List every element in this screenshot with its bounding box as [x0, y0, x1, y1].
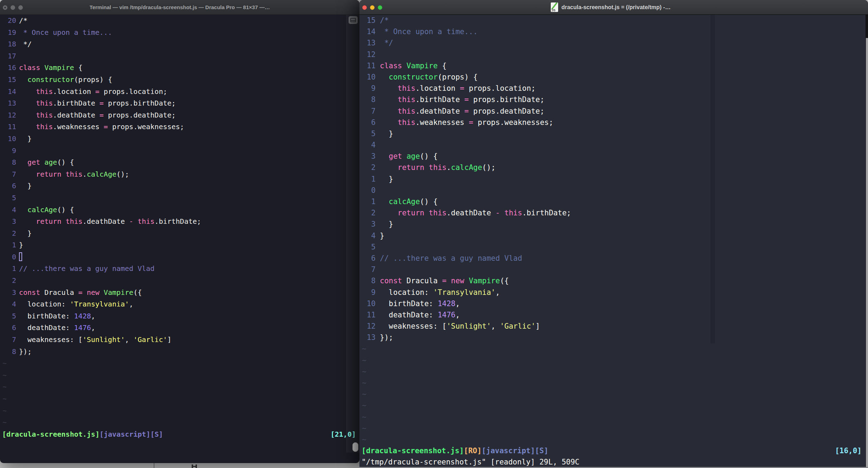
traffic-lights — [362, 0, 382, 15]
zoom-button[interactable] — [18, 5, 23, 10]
vim-message-line: "/tmp/dracula-screenshot.js" [readonly] … — [359, 456, 868, 468]
code-line: 10 } — [0, 133, 359, 145]
line-number: 12 — [359, 49, 376, 60]
background-window-fragment — [0, 463, 359, 468]
code-line: 0 — [359, 185, 868, 196]
line-number: 11 — [0, 121, 16, 133]
line-number: 5 — [359, 128, 376, 139]
line-number: 6 — [0, 180, 16, 192]
code-line: 5 } — [359, 128, 868, 139]
code-line: 13 */ — [359, 37, 868, 49]
code-line: 11 deathDate: 1476, — [359, 309, 868, 321]
window-title: dracula-screenshot.js = (/private/tmp) -… — [561, 4, 672, 11]
code-lines[interactable]: 15/*14 * Once upon a time...13 */1211cla… — [359, 15, 868, 445]
code-line: 20/* — [0, 15, 359, 27]
minimize-button[interactable] — [370, 5, 375, 10]
line-number: 3 — [0, 216, 16, 228]
tilde-line: ~ — [359, 411, 868, 423]
line-number: 3 — [0, 287, 16, 299]
minimize-button[interactable] — [11, 5, 15, 10]
zoom-button[interactable] — [378, 5, 382, 10]
tilde-line: ~ — [359, 388, 868, 400]
line-number: 10 — [359, 71, 376, 83]
status-filename: [dracula-screenshot.js] — [362, 445, 464, 456]
code-line: 1 calcAge() { — [359, 196, 868, 207]
line-number: 4 — [359, 230, 376, 241]
code-line: 17 — [0, 50, 359, 62]
code-line: 2 — [0, 275, 359, 287]
code-line: 15 constructor(props) { — [0, 74, 359, 86]
code-line: 3 get age() { — [359, 151, 868, 162]
line-number: 20 — [0, 15, 16, 27]
code-line: 15/* — [359, 15, 868, 26]
js-file-icon: JS — [551, 2, 558, 12]
split-pane-icon — [350, 18, 356, 22]
code-line: 14 * Once upon a time... — [359, 26, 868, 37]
line-number: 7 — [359, 264, 376, 275]
close-button[interactable] — [3, 5, 7, 10]
line-number: 8 — [359, 275, 376, 286]
code-lines[interactable]: 20/*19 * Once upon a time...18 */1716cla… — [0, 15, 359, 429]
line-number: 11 — [359, 309, 376, 321]
terminal-titlebar[interactable]: Terminal — vim /tmp/dracula-screenshot.j… — [0, 0, 359, 15]
terminal-window: Terminal — vim /tmp/dracula-screenshot.j… — [0, 0, 359, 463]
line-number: 13 — [359, 332, 376, 343]
code-line: 2 } — [0, 228, 359, 240]
tilde-line: ~ — [0, 417, 359, 429]
line-number: 8 — [0, 157, 16, 169]
code-line: 16class Vampire { — [0, 62, 359, 74]
line-number: 13 — [359, 37, 376, 49]
code-line: 1// ...there was a guy named Vlad — [0, 263, 359, 275]
tilde-line: ~ — [359, 434, 868, 445]
code-line: 3 return this.deathDate - this.birthDate… — [0, 216, 359, 228]
line-number: 15 — [359, 15, 376, 26]
line-number: 12 — [359, 321, 376, 332]
terminal-scrollbar[interactable] — [346, 15, 359, 453]
line-number: 7 — [0, 334, 16, 346]
code-line: 10 constructor(props) { — [359, 71, 868, 83]
code-line: 9 — [0, 145, 359, 157]
tilde-line: ~ — [359, 400, 868, 411]
scrollbar-thumb[interactable] — [866, 15, 868, 38]
tilde-line: ~ — [359, 355, 868, 366]
code-line: 7 return this.calcAge(); — [0, 169, 359, 181]
code-line: 6 deathDate: 1476, — [0, 322, 359, 334]
macvim-scrollbar[interactable] — [866, 15, 868, 468]
line-number: 13 — [0, 97, 16, 109]
traffic-lights — [3, 0, 23, 15]
scrollbar-thumb[interactable] — [352, 442, 358, 452]
code-line: 3const Dracula = new Vampire({ — [0, 287, 359, 299]
line-number: 8 — [359, 94, 376, 105]
line-number: 5 — [0, 310, 16, 322]
line-number: 5 — [0, 192, 16, 204]
split-pane-button[interactable] — [349, 16, 358, 24]
code-line: 10 birthDate: 1428, — [359, 298, 868, 309]
line-number: 6 — [0, 322, 16, 334]
vim-cursor — [19, 252, 22, 261]
status-readonly-flag: [RO] — [464, 445, 482, 456]
macvim-titlebar[interactable]: JS dracula-screenshot.js = (/private/tmp… — [359, 0, 868, 15]
close-button[interactable] — [362, 5, 367, 10]
code-line: 4 location: 'Transylvania', — [0, 298, 359, 310]
tilde-line: ~ — [0, 358, 359, 369]
tilde-line: ~ — [359, 377, 868, 388]
code-line: 1} — [0, 239, 359, 251]
line-number: 3 — [359, 219, 376, 230]
line-number: 8 — [0, 346, 16, 358]
line-number: 9 — [359, 287, 376, 298]
code-line: 2 return this.deathDate - this.birthDate… — [359, 207, 868, 219]
line-number: 16 — [0, 62, 16, 74]
code-line: 3 } — [359, 219, 868, 230]
line-number: 3 — [359, 151, 376, 162]
code-line: 7 — [359, 264, 868, 275]
code-line: 13 this.birthDate = props.birthDate; — [0, 97, 359, 109]
line-number: 1 — [0, 263, 16, 275]
background-window-divider — [154, 463, 154, 468]
status-filetype: [javascript][S] — [100, 429, 163, 441]
line-number: 9 — [0, 145, 16, 157]
code-line: 8const Dracula = new Vampire({ — [359, 275, 868, 286]
vim-command-line — [0, 440, 359, 452]
line-number: 0 — [359, 185, 376, 196]
code-line: 8}); — [0, 346, 359, 358]
line-number: 9 — [359, 83, 376, 94]
